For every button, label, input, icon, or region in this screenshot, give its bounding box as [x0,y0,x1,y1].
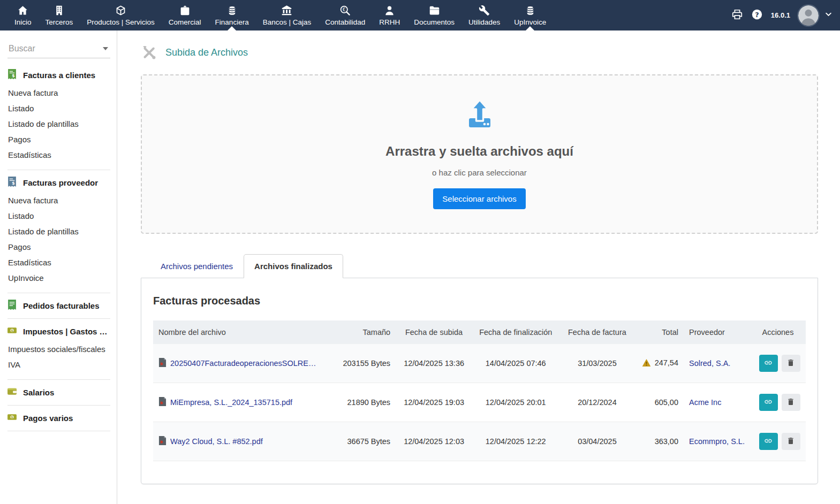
folder-icon [429,5,440,16]
sidebar-item-nueva-factura-proveedor[interactable]: Nueva factura [7,193,110,208]
sidebar-section-facturas-clientes[interactable]: $ Facturas a clientes [7,69,110,81]
nav-label: RRHH [379,18,400,26]
table-header-row: Nombre del archivo Tamaño Fecha de subid… [153,320,806,344]
sidebar-item-estadisticas-proveedor[interactable]: Estadísticas [7,255,110,270]
nav-item-productos-servicios[interactable]: Productos | Servicios [80,0,162,30]
nav-label: Contabilidad [325,18,365,26]
tools-icon [141,44,157,60]
sidebar-item-listado-plantillas-cliente[interactable]: Listado de plantillas [7,116,110,132]
sidebar-search[interactable] [7,42,110,58]
search-input[interactable] [7,43,93,54]
taxes-icon: $ [7,325,17,337]
select-files-button[interactable]: Seleccionar archivos [433,188,525,209]
link-invoice-button[interactable] [759,394,778,411]
print-button[interactable] [731,9,743,22]
pdf-file-icon [158,358,167,369]
delete-file-button[interactable] [782,355,800,372]
sidebar-item-listado-proveedor[interactable]: Listado [7,208,110,224]
help-icon: ? [751,9,763,22]
page-title: Subida de Archivos [165,47,248,58]
file-name-link[interactable]: MiEmpresa, S.L._2024_135715.pdf [170,398,292,407]
sidebar-item-iva[interactable]: IVA [7,357,110,372]
sidebar-divider [7,170,110,170]
sidebar-divider [7,379,110,380]
svg-text:$: $ [12,181,15,186]
nav-item-upinvoice[interactable]: UpInvoice [507,0,553,30]
tab-archivos-pendientes[interactable]: Archivos pendientes [150,254,244,278]
table-row: Way2 Cloud, S.L. #852.pdf 36675 Bytes 12… [153,422,806,461]
nav-item-rrhh[interactable]: RRHH [372,0,407,30]
link-invoice-button[interactable] [759,433,778,450]
file-name-link[interactable]: Way2 Cloud, S.L. #852.pdf [170,437,263,446]
total-amount: 363,00 [655,437,678,446]
file-dropzone[interactable]: Arrastra y suelta archivos aquí o haz cl… [141,74,818,234]
svg-text:$: $ [11,415,13,419]
provider-link[interactable]: Ecommpro, S.L. [689,437,745,446]
provider-link[interactable]: Acme Inc [689,398,721,407]
sidebar-section-salarios[interactable]: Salarios [7,386,110,398]
svg-text:?: ? [755,11,759,19]
chevron-down-icon[interactable] [824,10,833,20]
delete-file-button[interactable] [782,433,800,450]
nav-label: Comercial [169,18,201,26]
sidebar-section-impuestos-gastos[interactable]: $ Impuestos | Gastos … [7,325,110,337]
sidebar-item-impuestos-sociales-fiscales[interactable]: Impuestos sociales/fiscales [7,341,110,357]
user-avatar[interactable] [798,5,819,26]
invoice-date: 31/03/2025 [559,344,635,383]
sidebar-section-facturas-proveedor[interactable]: $ Facturas proveedor [7,177,110,188]
building-icon [54,5,65,16]
nav-label: UpInvoice [514,18,546,26]
sidebar-section-pagos-varios[interactable]: $ Pagos varios [7,412,110,424]
svg-text:€: € [343,6,345,12]
section-title: Salarios [23,388,54,397]
provider-link[interactable]: Solred, S.A. [689,359,730,368]
printer-icon [731,9,743,22]
nav-item-financiera[interactable]: Financiera [208,0,256,30]
upload-date: 12/04/2025 12:03 [396,422,472,461]
sidebar-item-listado-plantillas-proveedor[interactable]: Listado de plantillas [7,224,110,239]
navbar-right: ? 16.0.1 [731,0,833,30]
nav-label: Financiera [215,18,249,26]
salaries-icon [7,386,17,398]
nav-item-terceros[interactable]: Terceros [39,0,80,30]
nav-item-bancos-cajas[interactable]: Bancos | Cajas [256,0,319,30]
main-menu: Inicio Terceros Productos | Servicios Co… [7,0,553,30]
sidebar-item-upinvoice[interactable]: UpInvoice [7,270,110,286]
file-name-link[interactable]: 20250407FacturadeoperacionesSOLRE… [170,359,316,368]
file-size: 203155 Bytes [332,344,396,383]
sidebar-item-estadisticas-cliente[interactable]: Estadísticas [7,147,110,163]
section-title: Facturas a clientes [23,71,95,80]
table-row: 20250407FacturadeoperacionesSOLRE… 20315… [153,344,806,383]
nav-item-documentos[interactable]: Documentos [407,0,461,30]
sidebar-item-pagos-proveedor[interactable]: Pagos [7,239,110,255]
nav-item-inicio[interactable]: Inicio [7,0,39,30]
processed-invoices-panel: Facturas procesadas Nombre del archivo T… [141,278,818,484]
sidebar-section-pedidos-facturables[interactable]: Pedidos facturables [7,300,110,311]
billable-orders-icon [7,300,17,311]
bank-icon [281,5,292,16]
link-invoice-button[interactable] [759,355,778,372]
products-box-icon [115,5,126,16]
svg-text:$: $ [11,329,13,332]
briefcase-icon [179,5,191,16]
column-header-total: Total [635,320,684,344]
nav-item-comercial[interactable]: Comercial [162,0,208,30]
link-icon [764,398,773,408]
delete-file-button[interactable] [782,394,800,411]
help-button[interactable]: ? [751,9,763,22]
coins-icon [226,5,238,16]
upload-date: 12/04/2025 13:36 [396,344,472,383]
sidebar-item-pagos-cliente[interactable]: Pagos [7,132,110,147]
nav-item-utilidades[interactable]: Utilidades [461,0,507,30]
tab-archivos-finalizados[interactable]: Archivos finalizados [244,254,343,278]
total-amount: 605,00 [655,398,678,407]
supplier-invoice-icon: $ [7,177,17,188]
column-header-acciones: Acciones [750,320,806,344]
nav-item-contabilidad[interactable]: € Contabilidad [318,0,372,30]
svg-text:$: $ [12,73,15,78]
sidebar-item-listado-cliente[interactable]: Listado [7,101,110,116]
sidebar-item-nueva-factura-cliente[interactable]: Nueva factura [7,85,110,101]
trash-icon [786,437,795,447]
column-header-fecha-factura: Fecha de factura [559,320,635,344]
section-title: Pagos varios [23,414,73,423]
